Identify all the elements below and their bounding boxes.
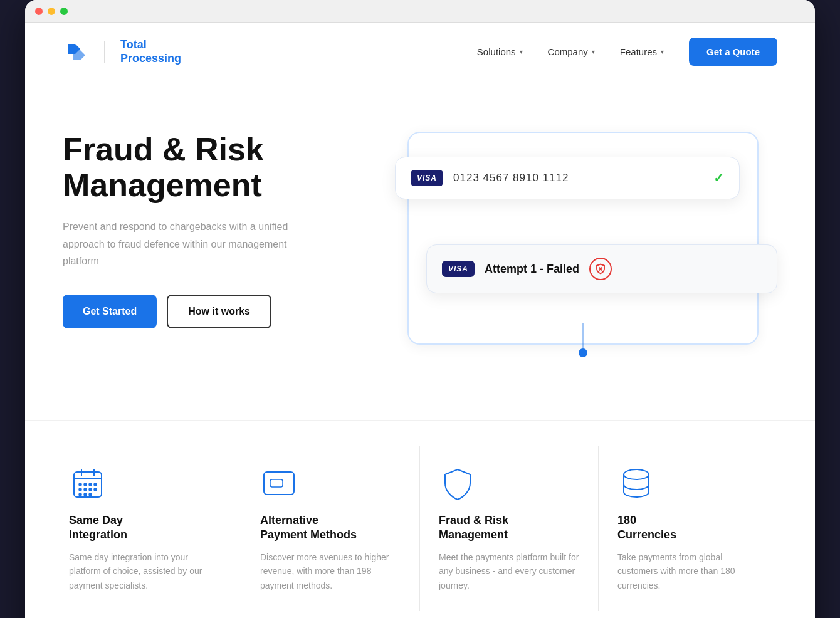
connector-line	[582, 323, 584, 348]
feature-payment-methods: Alternative Payment Methods Discover mor…	[241, 446, 420, 611]
svg-rect-2	[74, 472, 102, 497]
hero-title: Fraud & Risk Management	[63, 132, 364, 203]
svg-point-13	[94, 488, 97, 491]
logo: Total Processing	[63, 38, 181, 65]
close-button[interactable]	[35, 8, 43, 15]
page-content: Total Processing Solutions ▾ Company ▾ F…	[25, 23, 815, 618]
svg-point-7	[84, 483, 87, 486]
get-quote-button[interactable]: Get a Quote	[689, 38, 777, 66]
hero-content: Fraud & Risk Management Prevent and resp…	[63, 119, 364, 328]
feature-same-day: Same Day Integration Same day integratio…	[63, 446, 241, 611]
svg-point-12	[89, 488, 92, 491]
svg-point-6	[79, 483, 81, 486]
logo-icon	[63, 39, 89, 65]
feature-desc-currencies: Take payments from global customers with…	[617, 550, 759, 592]
browser-window: Total Processing Solutions ▾ Company ▾ F…	[25, 0, 815, 618]
database-icon	[617, 464, 655, 502]
maximize-button[interactable]	[60, 8, 68, 15]
svg-point-8	[89, 483, 92, 486]
connector-dot	[579, 348, 587, 357]
svg-point-9	[94, 483, 97, 486]
shield-icon	[439, 464, 476, 502]
card-failed: VISA Attempt 1 - Failed	[426, 244, 777, 293]
svg-point-14	[79, 493, 81, 496]
hero-description: Prevent and respond to chargebacks with …	[63, 218, 301, 270]
feature-fraud-risk: Fraud & Risk Management Meet the payment…	[420, 446, 599, 611]
nav-solutions[interactable]: Solutions ▾	[477, 46, 523, 57]
minimize-button[interactable]	[48, 8, 55, 15]
svg-point-11	[84, 488, 87, 491]
chevron-down-icon: ▾	[661, 48, 664, 55]
card-success: VISA 0123 4567 8910 1112 ✓	[395, 157, 740, 199]
logo-divider	[104, 41, 105, 63]
svg-rect-18	[270, 479, 283, 487]
success-checkmark-icon: ✓	[713, 170, 724, 186]
chevron-down-icon: ▾	[520, 48, 523, 55]
nav-company[interactable]: Company ▾	[548, 46, 595, 57]
nav-features[interactable]: Features ▾	[620, 46, 664, 57]
hero-illustration: VISA 0123 4567 8910 1112 ✓ VISA Attempt …	[389, 119, 777, 382]
svg-point-15	[84, 493, 87, 496]
feature-title-fraud: Fraud & Risk Management	[439, 513, 579, 543]
svg-point-10	[79, 488, 81, 491]
svg-point-19	[624, 469, 649, 479]
visa-logo-failed: VISA	[442, 261, 475, 277]
svg-point-16	[89, 493, 92, 496]
feature-desc-fraud: Meet the payments platform built for any…	[439, 550, 579, 592]
browser-toolbar	[25, 0, 815, 23]
calendar-icon	[69, 464, 107, 502]
hero-section: Fraud & Risk Management Prevent and resp…	[25, 81, 815, 407]
how-it-works-button[interactable]: How it works	[167, 295, 271, 328]
hero-buttons: Get Started How it works	[63, 295, 364, 328]
feature-currencies: 180 Currencies Take payments from global…	[599, 446, 777, 611]
features-section: Same Day Integration Same day integratio…	[25, 420, 815, 618]
nav-links: Solutions ▾ Company ▾ Features ▾	[477, 46, 664, 57]
svg-rect-17	[264, 472, 294, 495]
failed-text: Attempt 1 - Failed	[485, 263, 579, 276]
card-number: 0123 4567 8910 1112	[453, 172, 703, 184]
feature-desc-payment: Discover more avenues to higher revenue,…	[260, 550, 401, 592]
connector	[579, 323, 587, 357]
feature-desc-same-day: Same day integration into your platform …	[69, 550, 222, 592]
feature-title-same-day: Same Day Integration	[69, 513, 222, 543]
feature-title-currencies: 180 Currencies	[617, 513, 759, 543]
failed-icon	[589, 258, 612, 280]
logo-text: Total Processing	[120, 38, 181, 65]
visa-logo: VISA	[411, 170, 443, 186]
card-animation: VISA 0123 4567 8910 1112 ✓ VISA Attempt …	[389, 119, 777, 382]
get-started-button[interactable]: Get Started	[63, 295, 157, 328]
navigation: Total Processing Solutions ▾ Company ▾ F…	[25, 23, 815, 81]
card-icon	[260, 464, 298, 502]
chevron-down-icon: ▾	[592, 48, 595, 55]
feature-title-payment: Alternative Payment Methods	[260, 513, 401, 543]
